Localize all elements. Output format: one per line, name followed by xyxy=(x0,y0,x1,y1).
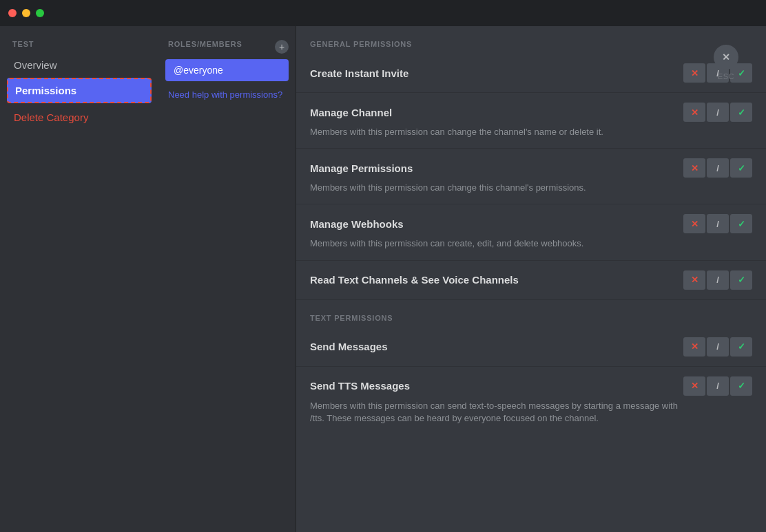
neutral-button[interactable]: / xyxy=(707,270,729,290)
permission-create-instant-invite: Create Instant Invite ✕ / ✓ xyxy=(296,54,766,93)
allow-button[interactable]: ✓ xyxy=(730,158,752,178)
allow-button[interactable]: ✓ xyxy=(730,376,752,396)
esc-button[interactable]: ✕ xyxy=(714,45,738,70)
permission-name: Create Instant Invite xyxy=(310,67,408,79)
close-button[interactable] xyxy=(8,9,17,17)
permission-name: Read Text Channels & See Voice Channels xyxy=(310,274,519,286)
allow-button[interactable]: ✓ xyxy=(730,337,752,357)
text-permissions-header: TEXT PERMISSIONS xyxy=(296,300,766,328)
deny-button[interactable]: ✕ xyxy=(683,214,705,233)
permission-controls: ✕ / ✓ xyxy=(683,376,752,396)
delete-category-button[interactable]: Delete Category xyxy=(7,106,152,129)
main-content: TEST Overview Permissions Delete Categor… xyxy=(0,26,766,532)
roles-members-column: ROLES/MEMBERS + @everyone Need help with… xyxy=(158,26,296,532)
permission-description: Members with this permission can create,… xyxy=(310,237,689,250)
neutral-button[interactable]: / xyxy=(707,103,729,122)
permission-controls: ✕ / ✓ xyxy=(683,158,752,178)
permissions-help-link[interactable]: Need help with permissions? xyxy=(165,89,289,100)
esc-label: ESC xyxy=(718,72,734,81)
permission-description: Members with this permission can change … xyxy=(310,126,689,138)
maximize-button[interactable] xyxy=(36,9,44,17)
allow-button[interactable]: ✓ xyxy=(730,214,752,233)
esc-area: ✕ ESC xyxy=(714,45,738,81)
permission-controls: ✕ / ✓ xyxy=(683,337,752,357)
server-label: TEST xyxy=(7,40,152,48)
deny-button[interactable]: ✕ xyxy=(683,376,705,396)
neutral-button[interactable]: / xyxy=(707,158,729,178)
deny-button[interactable]: ✕ xyxy=(683,158,705,178)
everyone-role[interactable]: @everyone xyxy=(165,59,289,81)
neutral-button[interactable]: / xyxy=(707,337,729,357)
permission-controls: ✕ / ✓ xyxy=(683,270,752,290)
titlebar xyxy=(0,0,766,26)
permission-manage-permissions: Manage Permissions ✕ / ✓ Members with th… xyxy=(296,149,766,204)
roles-members-header: ROLES/MEMBERS + xyxy=(165,40,289,54)
permission-name: Manage Permissions xyxy=(310,162,413,174)
permission-description: Members with this permission can change … xyxy=(310,182,689,194)
roles-members-label: ROLES/MEMBERS xyxy=(165,40,245,48)
permission-read-text-channels: Read Text Channels & See Voice Channels … xyxy=(296,261,766,300)
sidebar-item-permissions[interactable]: Permissions xyxy=(7,78,152,103)
permission-name: Send Messages xyxy=(310,341,388,352)
neutral-button[interactable]: / xyxy=(707,376,729,396)
permission-send-tts: Send TTS Messages ✕ / ✓ Members with thi… xyxy=(296,367,766,434)
permission-name: Send TTS Messages xyxy=(310,380,410,392)
permission-controls: ✕ / ✓ xyxy=(683,214,752,233)
permission-controls: ✕ / ✓ xyxy=(683,103,752,122)
allow-button[interactable]: ✓ xyxy=(730,270,752,290)
permissions-panel: GENERAL PERMISSIONS Create Instant Invit… xyxy=(296,26,766,532)
sidebar: TEST Overview Permissions Delete Categor… xyxy=(0,26,158,532)
deny-button[interactable]: ✕ xyxy=(683,270,705,290)
permission-manage-webhooks: Manage Webhooks ✕ / ✓ Members with this … xyxy=(296,204,766,260)
permission-description: Members with this permission can send te… xyxy=(310,400,689,425)
deny-button[interactable]: ✕ xyxy=(683,337,705,357)
permission-name: Manage Webhooks xyxy=(310,218,404,230)
permission-send-messages: Send Messages ✕ / ✓ xyxy=(296,328,766,367)
add-role-button[interactable]: + xyxy=(275,40,289,54)
general-permissions-header: GENERAL PERMISSIONS xyxy=(296,26,766,54)
permission-name: Manage Channel xyxy=(310,107,392,118)
minimize-button[interactable] xyxy=(22,9,30,17)
deny-button[interactable]: ✕ xyxy=(683,63,705,83)
sidebar-item-overview[interactable]: Overview xyxy=(7,54,152,76)
deny-button[interactable]: ✕ xyxy=(683,103,705,122)
window-controls xyxy=(8,9,44,17)
neutral-button[interactable]: / xyxy=(707,214,729,233)
permission-manage-channel: Manage Channel ✕ / ✓ Members with this p… xyxy=(296,93,766,149)
allow-button[interactable]: ✓ xyxy=(730,103,752,122)
